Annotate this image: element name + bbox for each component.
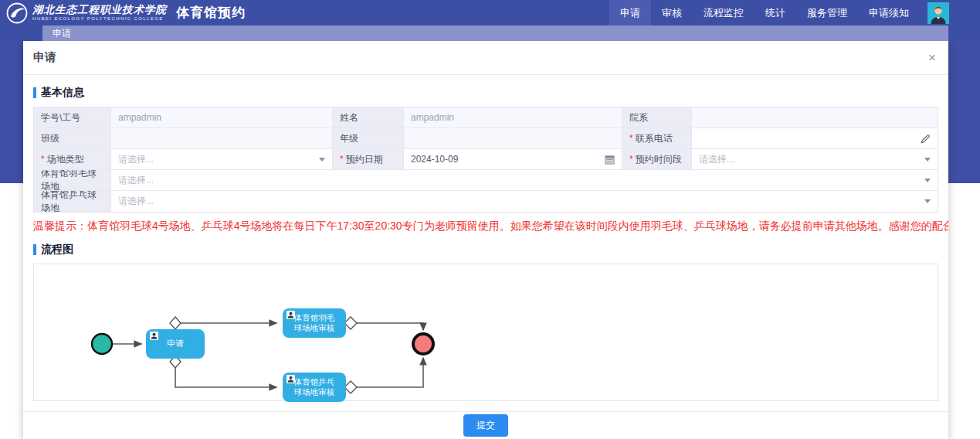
badminton-court-label: 体育馆羽毛球场地 [34, 170, 111, 190]
notice-text: 温馨提示：体育馆羽毛球4号场地、乒乓球4号场地将在每日下午17:30至20:30… [33, 220, 938, 233]
department-value [692, 107, 938, 128]
phone-input[interactable] [692, 128, 938, 148]
nav-item-service-management[interactable]: 服务管理 [796, 0, 858, 26]
nav-item-review[interactable]: 审核 [651, 0, 693, 26]
required-mark: * [629, 154, 633, 165]
chevron-down-icon [924, 179, 931, 182]
nav-item-process-monitor[interactable]: 流程监控 [693, 0, 754, 26]
student-id-value: ampadmin [111, 107, 333, 128]
nav-item-apply[interactable]: 申请 [609, 0, 651, 26]
form-row-4: 体育馆羽毛球场地 请选择... [34, 170, 938, 191]
person-icon [287, 311, 295, 319]
required-mark: * [41, 154, 45, 165]
apply-modal: 申请 × 基本信息 学号\工号 ampadmin 姓名 ampadmin 院系 [23, 41, 948, 439]
venue-type-label-text: 场地类型 [47, 153, 84, 166]
nav-item-application-notes[interactable]: 申请须知 [858, 0, 920, 26]
flow-start-event [92, 334, 112, 354]
college-name-block: 湖北生态工程职业技术学院 HUBEI ECOLOGY POLYTECHNIC C… [32, 5, 167, 22]
form-row-5: 体育馆乒乓球场地 请选择... [34, 191, 938, 212]
flow-task-apply: 申请 [146, 329, 205, 359]
section-flow-chart: 流程图 [33, 243, 938, 257]
date-label: * 预约日期 [333, 149, 404, 169]
avatar-person-icon [927, 2, 949, 24]
college-name-en: HUBEI ECOLOGY POLYTECHNIC COLLEGE [32, 16, 167, 21]
modal-title: 申请 [33, 50, 56, 65]
flow-task-pingpong-line2: 球场地审核 [294, 387, 335, 397]
time-slot-label-text: 预约时间段 [636, 153, 682, 166]
basic-info-form: 学号\工号 ampadmin 姓名 ampadmin 院系 班级 年级 * 联系… [33, 107, 938, 213]
edit-pencil-icon [921, 134, 931, 144]
date-value: 2024-10-09 [411, 154, 458, 165]
name-label: 姓名 [333, 107, 404, 128]
pingpong-court-select[interactable]: 请选择... [111, 191, 938, 212]
grade-label: 年级 [333, 128, 404, 148]
section-accent-bar [33, 87, 36, 98]
college-name: 湖北生态工程职业技术学院 [32, 5, 167, 15]
form-row-3: * 场地类型 请选择... * 预约日期 2024-10-09 [34, 149, 938, 170]
section-basic-info: 基本信息 [33, 86, 938, 100]
badminton-court-placeholder: 请选择... [118, 174, 154, 187]
student-id-label: 学号\工号 [34, 107, 111, 128]
modal-body: 基本信息 学号\工号 ampadmin 姓名 ampadmin 院系 班级 年级 [23, 75, 948, 411]
flow-task-pingpong-review: 体育馆乒乓 球场地审核 [283, 373, 346, 402]
gateway-diamond [344, 317, 357, 329]
flow-task-badminton-line2: 球场地审核 [294, 323, 335, 333]
class-label: 班级 [34, 128, 111, 148]
tab-bar: 申请 [0, 26, 980, 41]
person-icon [287, 375, 295, 383]
time-slot-label: * 预约时间段 [622, 149, 692, 169]
modal-footer: 提交 [23, 411, 948, 439]
flow-task-apply-label: 申请 [167, 339, 184, 349]
flow-task-badminton-review: 体育馆羽毛 球场地审核 [283, 308, 346, 338]
grade-value [404, 128, 622, 148]
calendar-icon [605, 155, 615, 165]
gateway-diamond [344, 381, 357, 393]
section-flow-chart-title: 流程图 [41, 243, 73, 257]
gateway-diamond [170, 317, 181, 329]
college-logo-icon [6, 2, 28, 24]
pingpong-court-label: 体育馆乒乓球场地 [34, 191, 111, 212]
time-slot-placeholder: 请选择... [699, 153, 734, 166]
tab-apply[interactable]: 申请 [53, 27, 71, 40]
chevron-down-icon [319, 158, 325, 162]
form-row-2: 班级 年级 * 联系电话 [34, 128, 938, 149]
pingpong-court-placeholder: 请选择... [118, 195, 154, 208]
app-title: 体育馆预约 [176, 4, 246, 22]
flow-end-event [413, 334, 433, 354]
venue-type-placeholder: 请选择... [118, 153, 154, 166]
person-icon [150, 332, 158, 340]
modal-header: 申请 × [23, 41, 948, 75]
name-value: ampadmin [404, 107, 622, 128]
required-mark: * [629, 133, 633, 144]
flow-task-badminton-line1: 体育馆羽毛 [294, 313, 335, 323]
user-avatar[interactable] [927, 2, 949, 24]
close-icon[interactable]: × [928, 51, 936, 64]
nav-item-statistics[interactable]: 统计 [754, 0, 796, 26]
top-navbar: 湖北生态工程职业技术学院 HUBEI ECOLOGY POLYTECHNIC C… [0, 0, 980, 26]
venue-type-label: * 场地类型 [34, 149, 111, 169]
form-row-1: 学号\工号 ampadmin 姓名 ampadmin 院系 [34, 107, 938, 128]
department-label: 院系 [622, 107, 692, 128]
page: 湖北生态工程职业技术学院 HUBEI ECOLOGY POLYTECHNIC C… [0, 0, 980, 439]
phone-label: * 联系电话 [622, 128, 692, 148]
required-mark: * [340, 154, 344, 165]
section-basic-info-title: 基本信息 [41, 86, 84, 100]
chevron-down-icon [924, 158, 931, 162]
flow-diagram: 申请 体育馆羽毛 球场地审核 [33, 264, 938, 401]
badminton-court-select[interactable]: 请选择... [111, 170, 938, 190]
venue-type-select[interactable]: 请选择... [111, 149, 333, 169]
time-slot-select[interactable]: 请选择... [692, 149, 938, 169]
brand: 湖北生态工程职业技术学院 HUBEI ECOLOGY POLYTECHNIC C… [6, 2, 246, 24]
date-input[interactable]: 2024-10-09 [404, 149, 622, 169]
section-accent-bar [33, 244, 36, 255]
submit-button[interactable]: 提交 [463, 414, 508, 437]
phone-label-text: 联系电话 [636, 132, 673, 145]
tab-strip: 申请 [42, 26, 948, 41]
flow-task-pingpong-line1: 体育馆乒乓 [294, 377, 335, 387]
chevron-down-icon [924, 199, 931, 203]
nav-menu: 申请 审核 流程监控 统计 服务管理 申请须知 [609, 0, 949, 26]
date-label-text: 预约日期 [346, 153, 383, 166]
class-value [111, 128, 333, 148]
